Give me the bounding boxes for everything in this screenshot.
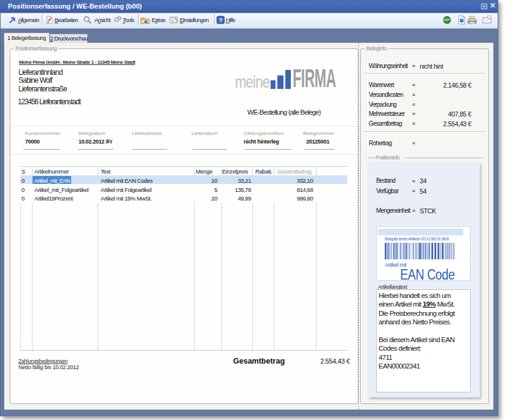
svg-text:?: ? xyxy=(219,17,223,23)
